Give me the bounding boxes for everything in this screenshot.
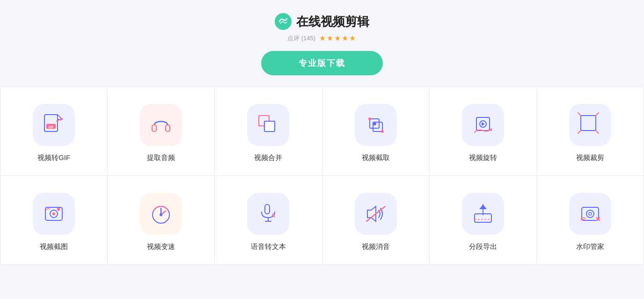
tool-speech-label: 语音转文本 — [251, 242, 286, 251]
svg-point-27 — [57, 208, 60, 211]
crop-icon — [363, 112, 389, 138]
svg-rect-19 — [581, 116, 596, 131]
tool-crop[interactable]: 视频截取 — [322, 87, 430, 176]
svg-text:GIF: GIF — [48, 125, 54, 129]
app-logo-icon — [275, 13, 292, 30]
screenshot-icon — [41, 201, 67, 227]
trim-icon — [577, 112, 603, 138]
tool-mute[interactable]: 视频消音 — [322, 176, 430, 265]
watermark-icon — [577, 201, 603, 227]
merge-icon — [255, 112, 281, 138]
svg-line-23 — [596, 131, 599, 133]
svg-rect-32 — [265, 204, 270, 214]
svg-rect-7 — [166, 125, 170, 131]
tool-audio[interactable]: 提取音频 — [108, 87, 215, 176]
tool-trim[interactable]: 视频裁剪 — [537, 87, 644, 176]
svg-point-12 — [368, 117, 371, 120]
download-button[interactable]: 专业版下载 — [261, 51, 383, 75]
tool-merge[interactable]: 视频合并 — [215, 87, 322, 176]
tool-screenshot-label: 视频截图 — [40, 242, 68, 251]
svg-point-26 — [52, 212, 55, 215]
tool-watermark-label: 水印管家 — [576, 242, 604, 251]
tool-audio-label: 提取音频 — [147, 153, 175, 162]
svg-point-14 — [373, 123, 376, 125]
svg-line-20 — [578, 113, 581, 116]
tool-rotate-label: 视频旋转 — [469, 153, 497, 162]
mute-icon — [363, 201, 389, 227]
rating-label: 点评 (145) — [287, 34, 315, 43]
svg-rect-6 — [152, 125, 156, 131]
tool-trim-label: 视频裁剪 — [576, 153, 604, 162]
svg-rect-42 — [582, 207, 599, 220]
svg-point-31 — [160, 213, 162, 216]
speech-icon: A — [255, 201, 281, 227]
title-row: 在线视频剪辑 — [275, 13, 369, 30]
tool-speed[interactable]: 视频变速 — [108, 176, 215, 265]
svg-marker-17 — [482, 122, 485, 126]
tools-grid: GIF 视频转GIF 提取音频 视频合并 — [0, 87, 644, 265]
app-title: 在线视频剪辑 — [296, 14, 369, 30]
rotate-icon — [470, 112, 496, 138]
app-header: 在线视频剪辑 点评 (145) ★★★★★ 专业版下载 — [0, 0, 644, 87]
tool-rotate[interactable]: 视频旋转 — [430, 87, 537, 176]
headphone-icon — [148, 112, 174, 138]
speed-icon — [148, 201, 174, 227]
tool-merge-label: 视频合并 — [254, 153, 282, 162]
tool-speech[interactable]: A 语音转文本 — [215, 176, 322, 265]
svg-rect-1 — [44, 115, 58, 131]
tool-export-label: 分段导出 — [469, 242, 497, 251]
svg-text:A: A — [271, 212, 276, 219]
tool-gif[interactable]: GIF 视频转GIF — [0, 87, 108, 176]
tool-mute-label: 视频消音 — [362, 242, 390, 251]
svg-rect-9 — [264, 121, 275, 131]
svg-line-22 — [578, 131, 581, 133]
star-rating: ★★★★★ — [319, 34, 357, 43]
tool-crop-label: 视频截取 — [362, 153, 390, 162]
tool-screenshot[interactable]: 视频截图 — [0, 176, 108, 265]
rating-row: 点评 (145) ★★★★★ — [287, 34, 357, 43]
export-icon — [470, 201, 496, 227]
svg-point-43 — [586, 210, 594, 218]
svg-line-21 — [596, 113, 599, 116]
tool-watermark[interactable]: 水印管家 — [537, 176, 644, 265]
svg-point-44 — [589, 212, 592, 215]
svg-marker-40 — [479, 204, 487, 209]
tool-export[interactable]: 分段导出 — [430, 176, 537, 265]
tool-speed-label: 视频变速 — [147, 242, 175, 251]
svg-point-13 — [381, 130, 384, 133]
gif-icon: GIF — [41, 112, 67, 138]
tool-gif-label: 视频转GIF — [37, 153, 70, 162]
